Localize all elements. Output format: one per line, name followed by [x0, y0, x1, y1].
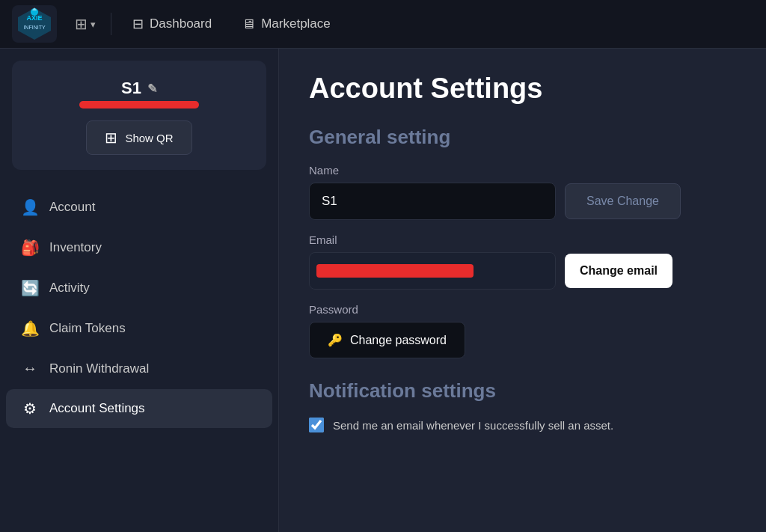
notification-checkbox-row: Send me an email whenever I successfully… — [309, 418, 736, 432]
sidebar-item-inventory-label: Inventory — [49, 240, 102, 255]
email-input-wrapper — [309, 252, 556, 290]
notification-section-title: Notification settings — [309, 379, 736, 403]
apps-menu-button[interactable]: ⊞ ▾ — [69, 10, 102, 37]
sidebar-item-activity-label: Activity — [49, 281, 90, 296]
sidebar: S1 ✎ ⊞ Show QR 👤 Account 🎒 Inventory 🔄 A… — [0, 49, 279, 532]
profile-underline-decoration — [79, 101, 199, 108]
sidebar-item-inventory[interactable]: 🎒 Inventory — [6, 228, 272, 267]
name-input[interactable] — [309, 183, 556, 220]
grid-icon: ⊞ — [75, 15, 88, 33]
change-password-button[interactable]: 🔑 Change password — [309, 322, 465, 358]
edit-profile-icon[interactable]: ✎ — [147, 82, 157, 96]
logo: AXIE INFINITY — [12, 5, 57, 43]
sidebar-item-claim-tokens-label: Claim Tokens — [49, 321, 126, 336]
show-qr-button[interactable]: ⊞ Show QR — [86, 120, 192, 155]
profile-name-row: S1 ✎ — [121, 79, 157, 98]
nav-item-dashboard[interactable]: ⊟ Dashboard — [120, 10, 224, 38]
email-label: Email — [309, 233, 736, 246]
claim-tokens-icon: 🔔 — [21, 319, 39, 337]
main-layout: S1 ✎ ⊞ Show QR 👤 Account 🎒 Inventory 🔄 A… — [0, 49, 766, 532]
sidebar-item-account-settings[interactable]: ⚙ Account Settings — [6, 389, 272, 428]
name-label: Name — [309, 164, 736, 177]
svg-text:INFINITY: INFINITY — [23, 25, 45, 30]
account-settings-icon: ⚙ — [21, 400, 39, 418]
password-label: Password — [309, 303, 736, 316]
main-content: Account Settings General setting Name Sa… — [279, 49, 766, 532]
general-section-title: General setting — [309, 126, 736, 149]
page-title: Account Settings — [309, 73, 736, 105]
sidebar-item-ronin-withdrawal[interactable]: ↔ Ronin Withdrawal — [6, 349, 272, 388]
show-qr-label: Show QR — [125, 132, 173, 144]
email-input[interactable] — [309, 252, 556, 290]
activity-icon: 🔄 — [21, 279, 39, 297]
ronin-withdrawal-icon: ↔ — [21, 360, 39, 377]
sidebar-item-activity[interactable]: 🔄 Activity — [6, 269, 272, 308]
inventory-icon: 🎒 — [21, 239, 39, 257]
sidebar-item-account-settings-label: Account Settings — [49, 401, 145, 416]
notify-sell-label: Send me an email whenever I successfully… — [333, 419, 613, 432]
change-email-button[interactable]: Change email — [565, 254, 672, 288]
marketplace-label: Marketplace — [261, 16, 331, 31]
notify-sell-checkbox[interactable] — [309, 418, 324, 432]
sidebar-item-account-label: Account — [49, 200, 95, 215]
password-section: 🔑 Change password — [309, 322, 736, 358]
notification-section: Notification settings Send me an email w… — [309, 379, 736, 432]
dashboard-icon: ⊟ — [132, 16, 144, 32]
nav-divider-1 — [111, 13, 111, 35]
qr-icon: ⊞ — [105, 129, 117, 147]
marketplace-icon: 🖥 — [242, 16, 255, 32]
dashboard-label: Dashboard — [150, 16, 212, 31]
nav-item-marketplace[interactable]: 🖥 Marketplace — [230, 10, 343, 38]
email-field-row: Change email — [309, 252, 736, 290]
sidebar-item-claim-tokens[interactable]: 🔔 Claim Tokens — [6, 309, 272, 348]
account-icon: 👤 — [21, 198, 39, 216]
save-change-button[interactable]: Save Change — [565, 183, 681, 219]
profile-card: S1 ✎ ⊞ Show QR — [12, 61, 266, 170]
sidebar-item-ronin-withdrawal-label: Ronin Withdrawal — [49, 361, 149, 376]
change-password-label: Change password — [350, 334, 447, 347]
apps-chevron: ▾ — [91, 19, 96, 30]
key-icon: 🔑 — [328, 333, 343, 347]
profile-username: S1 — [121, 79, 141, 98]
sidebar-item-account[interactable]: 👤 Account — [6, 188, 272, 227]
name-field-row: Save Change — [309, 183, 736, 220]
sidebar-navigation: 👤 Account 🎒 Inventory 🔄 Activity 🔔 Claim… — [0, 188, 278, 428]
top-navigation: AXIE INFINITY ⊞ ▾ ⊟ Dashboard 🖥 Marketpl… — [0, 0, 766, 49]
